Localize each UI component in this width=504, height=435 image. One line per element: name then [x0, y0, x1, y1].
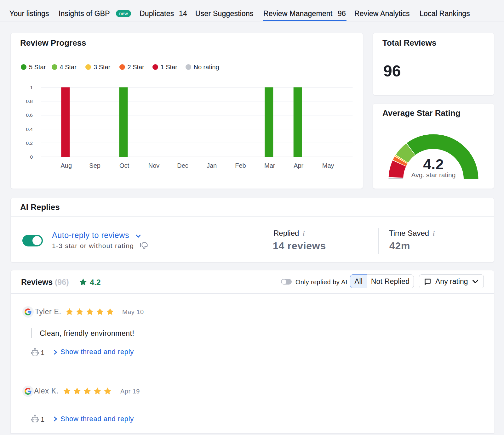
svg-text:Aug: Aug [61, 162, 72, 169]
svg-text:1: 1 [30, 85, 33, 90]
svg-text:Feb: Feb [235, 162, 246, 169]
svg-text:Sep: Sep [89, 162, 100, 169]
svg-text:May: May [322, 162, 334, 169]
svg-text:0.8: 0.8 [26, 99, 33, 104]
svg-text:Jan: Jan [207, 162, 217, 169]
svg-text:Dec: Dec [177, 162, 188, 169]
svg-text:Oct: Oct [119, 162, 129, 169]
svg-text:0.4: 0.4 [26, 127, 33, 132]
svg-text:0.6: 0.6 [26, 112, 33, 118]
svg-text:0: 0 [30, 154, 33, 160]
svg-text:0.2: 0.2 [26, 140, 33, 146]
svg-text:Apr: Apr [294, 162, 303, 169]
svg-text:Nov: Nov [148, 162, 160, 169]
svg-text:Mar: Mar [264, 162, 275, 169]
